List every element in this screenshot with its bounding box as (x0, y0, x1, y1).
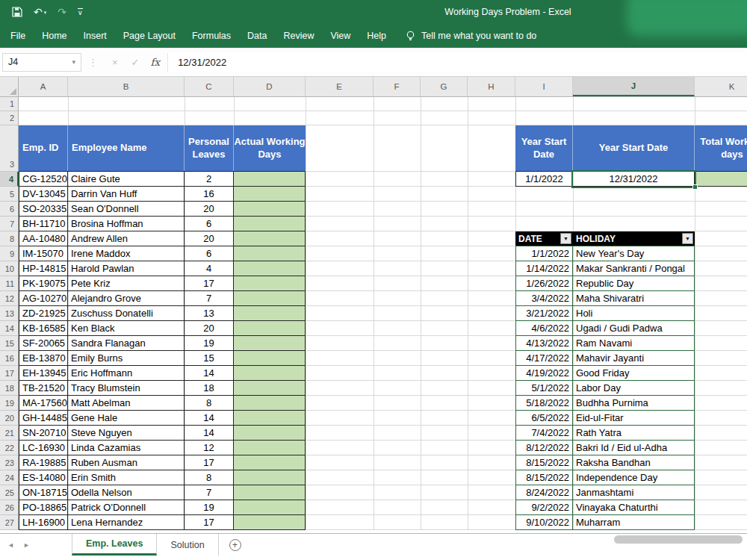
holiday-name-cell[interactable]: New Year's Day (573, 246, 695, 261)
row-header[interactable]: 13 (0, 306, 19, 321)
emp-id-cell[interactable]: EH-13945 (19, 366, 68, 381)
employee-name-cell[interactable]: Alejandro Grove (68, 291, 185, 306)
actual-working-days-cell[interactable] (234, 172, 306, 187)
holiday-filter-icon[interactable]: ▼ (682, 233, 693, 244)
row-header[interactable]: 22 (0, 441, 19, 455)
emp-id-cell[interactable]: ZD-21925 (19, 306, 68, 321)
employee-name-cell[interactable]: Harold Pawlan (68, 261, 185, 276)
column-header[interactable]: J (573, 77, 695, 96)
actual-working-days-cell[interactable] (234, 246, 306, 261)
actual-working-days-cell[interactable] (234, 441, 306, 455)
holiday-name-cell[interactable]: Maha Shivaratri (573, 291, 695, 306)
holiday-date-cell[interactable]: 8/12/2022 (515, 441, 573, 455)
row-header[interactable]: 6 (0, 202, 19, 217)
row-header[interactable]: 17 (0, 366, 19, 381)
employee-name-cell[interactable]: Erin Smith (68, 470, 185, 485)
year-start-header-cell[interactable]: Year Start Date (515, 125, 573, 171)
holiday-name-cell[interactable]: Mahavir Jayanti (573, 351, 695, 366)
year-end-header-cell[interactable]: Year Start Date (573, 125, 695, 171)
row-header[interactable]: 19 (0, 396, 19, 411)
emp-id-cell[interactable]: CG-12520 (19, 172, 68, 187)
employee-name-cell[interactable]: Steve Nguyen (68, 426, 185, 441)
row-header[interactable]: 24 (0, 470, 19, 485)
actual-working-days-cell[interactable] (234, 426, 306, 441)
selected-cell-J4[interactable]: 12/31/2022 (573, 172, 695, 187)
undo-icon[interactable]: ↶▾ (34, 7, 46, 17)
holiday-name-cell[interactable]: Ram Navami (573, 336, 695, 351)
ribbon-tab[interactable]: Data (247, 31, 267, 41)
employee-name-cell[interactable]: Matt Abelman (68, 396, 185, 411)
holiday-date-cell[interactable]: 6/5/2022 (515, 411, 573, 426)
row-header[interactable]: 12 (0, 291, 19, 306)
actual-working-days-cell[interactable] (234, 500, 306, 515)
employee-name-cell[interactable]: Emily Burns (68, 351, 185, 366)
employee-name-header-cell[interactable]: Employee Name (68, 125, 185, 171)
employee-name-cell[interactable]: Linda Cazamias (68, 441, 185, 455)
personal-leaves-cell[interactable]: 15 (185, 351, 234, 366)
employee-name-cell[interactable]: Sandra Flanagan (68, 336, 185, 351)
holiday-date-cell[interactable]: 1/1/2022 (515, 246, 573, 261)
formula-input[interactable]: 12/31/2022 (167, 53, 747, 72)
holiday-date-cell[interactable]: 8/15/2022 (515, 455, 573, 470)
personal-leaves-cell[interactable]: 19 (185, 336, 234, 351)
emp-id-cell[interactable]: PK-19075 (19, 276, 68, 291)
personal-leaves-cell[interactable]: 14 (185, 366, 234, 381)
row-header[interactable]: 18 (0, 381, 19, 396)
row-header[interactable]: 11 (0, 276, 19, 291)
total-working-days-value-cell[interactable] (695, 172, 747, 187)
emp-id-cell[interactable]: ES-14080 (19, 470, 68, 485)
row-header[interactable]: 20 (0, 411, 19, 426)
holiday-name-cell[interactable]: Muharram (573, 515, 695, 530)
row-header[interactable]: 14 (0, 321, 19, 336)
actual-working-days-cell[interactable] (234, 455, 306, 470)
personal-leaves-cell[interactable]: 7 (185, 485, 234, 500)
holiday-name-cell[interactable]: Labor Day (573, 381, 695, 396)
ribbon-tab[interactable]: Home (42, 31, 66, 41)
fill-handle[interactable] (692, 184, 698, 190)
add-sheet-button[interactable]: + (229, 534, 241, 556)
personal-leaves-cell[interactable]: 8 (185, 470, 234, 485)
employee-name-cell[interactable]: Pete Kriz (68, 276, 185, 291)
emp-id-cell[interactable]: HP-14815 (19, 261, 68, 276)
ribbon-tab[interactable]: Page Layout (123, 31, 176, 41)
holiday-name-cell[interactable]: Budhha Purnima (573, 396, 695, 411)
holiday-date-cell[interactable]: 4/17/2022 (515, 351, 573, 366)
employee-name-cell[interactable]: Brosina Hoffman (68, 217, 185, 231)
row-header[interactable]: 27 (0, 515, 19, 530)
ribbon-tab[interactable]: View (330, 31, 350, 41)
employee-name-cell[interactable]: Patrick O'Donnell (68, 500, 185, 515)
personal-leaves-cell[interactable]: 6 (185, 217, 234, 231)
date-filter-icon[interactable]: ▼ (560, 233, 571, 244)
actual-working-days-cell[interactable] (234, 321, 306, 336)
row-header[interactable]: 9 (0, 246, 19, 261)
select-all-corner[interactable] (0, 77, 19, 96)
emp-id-cell[interactable]: MA-17560 (19, 396, 68, 411)
personal-leaves-cell[interactable]: 17 (185, 515, 234, 530)
actual-working-days-header-cell[interactable]: Actual Working Days (234, 125, 306, 171)
holiday-date-cell[interactable]: 4/13/2022 (515, 336, 573, 351)
sheet-nav-left-icon[interactable]: ◄ (7, 541, 14, 549)
holiday-date-cell[interactable]: 7/4/2022 (515, 426, 573, 441)
holiday-name-cell[interactable]: Vinayaka Chaturthi (573, 500, 695, 515)
column-header[interactable]: A (19, 77, 68, 96)
personal-leaves-cell[interactable]: 7 (185, 291, 234, 306)
holiday-name-cell[interactable]: Bakri Id / Eid ul-Adha (573, 441, 695, 455)
personal-leaves-cell[interactable]: 19 (185, 500, 234, 515)
emp-id-header-cell[interactable]: Emp. ID (19, 125, 68, 171)
holiday-date-cell[interactable]: 1/14/2022 (515, 261, 573, 276)
actual-working-days-cell[interactable] (234, 515, 306, 530)
holiday-name-cell[interactable]: Eid-ul-Fitar (573, 411, 695, 426)
emp-id-cell[interactable]: GH-14485 (19, 411, 68, 426)
customize-quick-access-icon[interactable]: ∨ (78, 8, 83, 16)
personal-leaves-cell[interactable]: 17 (185, 455, 234, 470)
emp-id-cell[interactable]: EB-13870 (19, 351, 68, 366)
actual-working-days-cell[interactable] (234, 306, 306, 321)
column-header[interactable]: K (695, 77, 747, 96)
holiday-name-cell[interactable]: Republic Day (573, 276, 695, 291)
column-header[interactable]: D (234, 77, 306, 96)
date-header-cell[interactable]: DATE ▼ (515, 231, 573, 246)
employee-name-cell[interactable]: Andrew Allen (68, 231, 185, 246)
cancel-icon[interactable]: × (112, 57, 118, 68)
holiday-name-cell[interactable]: Makar Sankranti / Pongal (573, 261, 695, 276)
actual-working-days-cell[interactable] (234, 276, 306, 291)
